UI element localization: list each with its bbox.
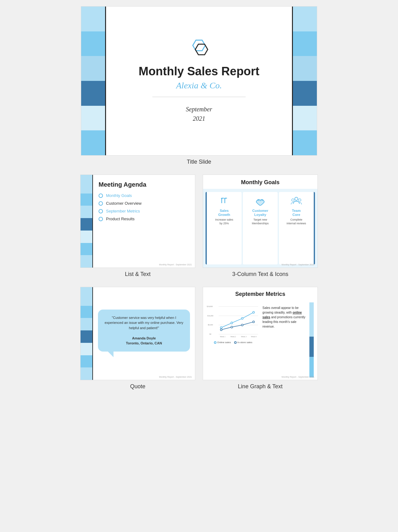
legend-online-label: Online sales — [217, 341, 231, 344]
qs-block-4 — [81, 330, 92, 343]
mra-block-1 — [309, 302, 314, 337]
strip-r-block-5 — [293, 106, 317, 131]
quote-text: "Customer service was very helpful when … — [104, 316, 183, 330]
metrics-header: September Metrics — [203, 287, 317, 300]
qs-block-5 — [81, 343, 92, 355]
as-block-7 — [81, 255, 92, 268]
svg-point-24 — [231, 322, 233, 324]
strip-r-block-6 — [293, 130, 317, 155]
loyalty-name: CustomerLoyalty — [252, 209, 268, 217]
svg-text:$0: $0 — [209, 333, 211, 335]
quote-slide-wrapper: "Customer service was very helpful when … — [80, 287, 195, 390]
agenda-circle-1 — [99, 194, 103, 198]
page-wrapper: Monthly Sales Report Alexia & Co. Septem… — [0, 0, 398, 396]
strip-r-block-4 — [293, 81, 317, 106]
strip-r-block-1 — [293, 7, 317, 31]
metrics-slide: September Metrics $24,000 $16,000 $8,000… — [203, 287, 318, 380]
goal-team: TeamCore Completeinternal reviews — [279, 192, 315, 264]
loyalty-icon — [255, 195, 266, 206]
title-divider — [152, 97, 246, 97]
team-desc: Completeinternal reviews — [287, 218, 306, 225]
quote-label: Quote — [130, 383, 145, 390]
agenda-text-2: Customer Overview — [106, 201, 141, 206]
as-block-5 — [81, 231, 92, 243]
sales-name: SalesGrowth — [218, 209, 230, 217]
goals-label: 3-Column Text & Icons — [232, 271, 289, 278]
quote-footer: Monthly Report - September 2021 — [159, 376, 192, 378]
logo-icon — [187, 39, 211, 58]
svg-text:$16,000: $16,000 — [207, 315, 213, 317]
chart-legend: Online sales In-store sales — [207, 341, 259, 344]
svg-point-30 — [253, 321, 255, 323]
legend-online: Online sales — [214, 341, 231, 344]
sales-desc: Increase salesby 25% — [215, 218, 233, 225]
metrics-chart-area: $24,000 $16,000 $8,000 $0 Week 1 Week 2 — [207, 302, 259, 377]
qs-block-7 — [81, 367, 92, 380]
row-2: Meeting Agenda Monthly Goals Customer Ov… — [80, 175, 318, 278]
strip-block-5 — [81, 106, 105, 131]
svg-text:$24,000: $24,000 — [207, 306, 213, 307]
agenda-item-3: September Metrics — [99, 209, 189, 213]
goals-title: Monthly Goals — [206, 179, 314, 186]
loyalty-desc: Target newMemberships — [252, 218, 269, 225]
svg-point-29 — [241, 324, 243, 326]
quote-content: "Customer service was very helpful when … — [93, 287, 195, 380]
legend-dot-instore — [234, 341, 237, 344]
line-chart: $24,000 $16,000 $8,000 $0 Week 1 Week 2 — [207, 302, 259, 340]
team-name: TeamCore — [292, 209, 301, 217]
metrics-label: Line Graph & Text — [238, 383, 283, 390]
agenda-slide: Meeting Agenda Monthly Goals Customer Ov… — [80, 175, 195, 268]
strip-r-block-2 — [293, 31, 317, 56]
metrics-body: $24,000 $16,000 $8,000 $0 Week 1 Week 2 — [203, 300, 317, 380]
qs-block-2 — [81, 306, 92, 318]
metrics-text-area: Sales overall appear to be growing stead… — [262, 302, 306, 377]
svg-point-25 — [241, 318, 243, 320]
subtitle: Alexia & Co. — [176, 81, 222, 91]
goals-slide-wrapper: Monthly Goals — [203, 175, 318, 278]
svg-text:Week 3: Week 3 — [241, 336, 247, 338]
strip-block-4 — [81, 81, 105, 106]
svg-marker-0 — [193, 40, 205, 51]
as-block-4 — [81, 218, 92, 231]
date-line2: 2021 — [193, 115, 205, 122]
agenda-footer: Monthly Report - September 2021 — [159, 264, 192, 266]
legend-instore-label: In-store sales — [238, 341, 252, 344]
as-block-6 — [81, 243, 92, 255]
main-title: Monthly Sales Report — [139, 65, 260, 78]
agenda-circle-2 — [99, 201, 103, 206]
legend-dot-online — [214, 341, 216, 344]
quote-left-strip — [81, 287, 93, 380]
quote-bubble: "Customer service was very helpful when … — [98, 310, 190, 352]
svg-text:Week 2: Week 2 — [230, 336, 236, 338]
svg-point-6 — [257, 199, 259, 201]
agenda-circle-4 — [99, 217, 103, 221]
team-icon — [290, 195, 302, 206]
agenda-text-4: Product Results — [106, 217, 135, 221]
strip-r-block-3 — [293, 56, 317, 81]
svg-point-7 — [261, 199, 263, 201]
metrics-title: September Metrics — [206, 291, 314, 297]
svg-text:$8,000: $8,000 — [208, 324, 213, 326]
goal-sales: SalesGrowth Increase salesby 25% — [206, 192, 242, 264]
quote-author: Amanda Doyle — [104, 336, 184, 341]
left-strip — [81, 7, 106, 155]
metrics-footer: Monthly Report - September 2021 — [282, 376, 314, 378]
mra-block-3 — [309, 357, 314, 377]
svg-marker-1 — [195, 44, 208, 55]
agenda-item-1: Monthly Goals — [99, 193, 189, 198]
title-center: Monthly Sales Report Alexia & Co. Septem… — [106, 7, 292, 155]
goals-columns: SalesGrowth Increase salesby 25% — [203, 189, 317, 268]
agenda-text-1: Monthly Goals — [106, 193, 132, 198]
svg-point-26 — [253, 311, 255, 313]
agenda-left-strip — [81, 175, 93, 268]
svg-point-23 — [220, 327, 222, 329]
agenda-circle-3 — [99, 209, 103, 213]
goals-footer: Monthly Report - September 2021 — [282, 264, 314, 266]
agenda-item-2: Customer Overview — [99, 201, 189, 206]
strip-block-2 — [81, 31, 105, 56]
sales-icon — [219, 195, 229, 206]
right-strip — [292, 7, 317, 155]
svg-point-28 — [231, 326, 233, 328]
svg-point-27 — [220, 329, 222, 331]
title-slide-section: Monthly Sales Report Alexia & Co. Septem… — [81, 6, 317, 165]
